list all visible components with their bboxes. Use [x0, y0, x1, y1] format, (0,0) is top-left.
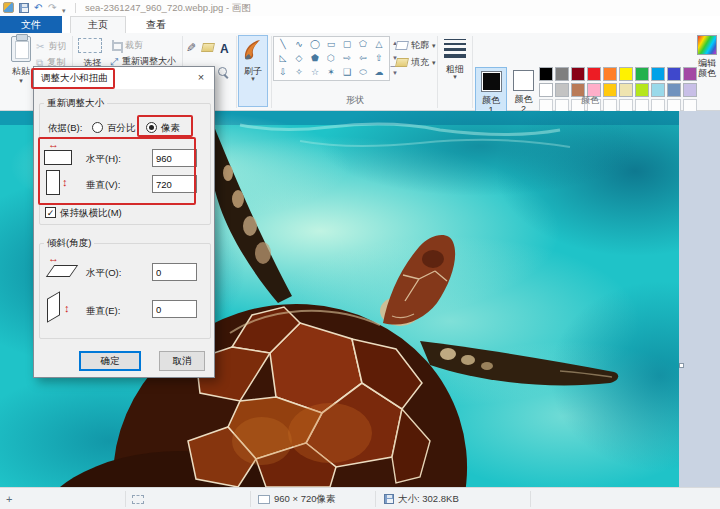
- redo-icon[interactable]: ↷: [48, 2, 56, 14]
- status-separator: [375, 491, 376, 507]
- shape-rounded-rectangle[interactable]: ▢: [339, 37, 355, 51]
- ribbon-tabs: 文件 主页 查看: [0, 16, 720, 33]
- crop-button[interactable]: 裁剪: [110, 39, 143, 52]
- shapes-section-label: 形状: [305, 94, 405, 107]
- cut-label: 剪切: [48, 40, 66, 53]
- crop-label: 裁剪: [125, 39, 143, 52]
- canvas-resize-handle[interactable]: [679, 363, 684, 368]
- edit-colors-icon: [697, 35, 717, 55]
- vertical-input[interactable]: [152, 175, 197, 193]
- dialog-close-button[interactable]: ×: [193, 70, 209, 85]
- shape-curve[interactable]: ∿: [291, 37, 307, 51]
- palette-swatch-blue-gray[interactable]: [667, 83, 681, 97]
- shape-star-6[interactable]: ✶: [323, 65, 339, 79]
- resize-skew-dialog: 调整大小和扭曲 × 重新调整大小 依据(B): 百分比 像素 ↔ 水平(H): …: [33, 66, 215, 378]
- edit-colors-button[interactable]: 编辑颜色: [694, 35, 720, 78]
- pencil-tool[interactable]: ✎: [186, 41, 196, 55]
- ok-button[interactable]: 确定: [79, 351, 141, 371]
- shape-polygon[interactable]: ⬠: [355, 37, 371, 51]
- cut-icon: ✂: [36, 42, 44, 52]
- section-separator: [472, 36, 473, 108]
- shape-arrow-left[interactable]: ⇦: [355, 51, 371, 65]
- fill-style-button[interactable]: 填充 ▾: [396, 56, 436, 69]
- outline-label: 轮廓: [411, 39, 429, 52]
- shape-callout-oval[interactable]: ⬭: [355, 65, 371, 79]
- shape-rectangle[interactable]: ▭: [323, 37, 339, 51]
- colors-section-label: 颜色: [540, 94, 640, 107]
- brush-icon: [242, 38, 264, 62]
- tab-home[interactable]: 主页: [70, 16, 126, 33]
- palette-swatch-light-turquoise[interactable]: [651, 83, 665, 97]
- skew-horizontal-label: 水平(O):: [86, 267, 121, 280]
- resize-group-label: 重新调整大小: [44, 97, 107, 110]
- shape-diamond[interactable]: ◇: [291, 51, 307, 65]
- palette-swatch-lavender[interactable]: [683, 83, 697, 97]
- skew-vertical-input[interactable]: [152, 300, 197, 318]
- skew-horizontal-arrow-icon: ↔: [48, 253, 59, 263]
- palette-swatch-green[interactable]: [635, 67, 649, 81]
- fill-label: 填充: [411, 56, 429, 69]
- size-button[interactable]: 粗细 ▾: [441, 36, 469, 80]
- status-separator: [530, 491, 531, 507]
- by-label: 依据(B):: [48, 122, 82, 135]
- palette-swatch-orange[interactable]: [603, 67, 617, 81]
- fill-tool[interactable]: [202, 43, 214, 52]
- shape-arrow-down[interactable]: ⇩: [275, 65, 291, 79]
- horizontal-input[interactable]: [152, 149, 197, 167]
- text-tool[interactable]: A: [220, 42, 229, 56]
- palette-swatch-gray[interactable]: [555, 67, 569, 81]
- cancel-button[interactable]: 取消: [159, 351, 205, 371]
- percentage-label: 百分比: [107, 122, 136, 135]
- palette-swatch-red[interactable]: [587, 67, 601, 81]
- shape-star-5[interactable]: ☆: [307, 65, 323, 79]
- shape-hexagon[interactable]: ⬡: [323, 51, 339, 65]
- titlebar: ↶ ↷ ▾ sea-2361247_960_720.webp.jpg - 画图: [0, 0, 720, 16]
- color1-swatch: [481, 71, 502, 92]
- aspect-ratio-label: 保持纵横比(M): [60, 207, 122, 220]
- shape-line[interactable]: ╲: [275, 37, 291, 51]
- dropdown-arrow-icon: ▾: [432, 60, 436, 66]
- vertical-arrow-icon: ↕: [62, 177, 68, 187]
- tab-file[interactable]: 文件: [0, 16, 62, 33]
- resize-icon: ⤢: [110, 57, 118, 67]
- tab-view[interactable]: 查看: [128, 16, 184, 33]
- file-size-icon: [384, 494, 394, 504]
- selection-size-icon: [132, 495, 144, 504]
- palette-swatch-dark-red[interactable]: [571, 67, 585, 81]
- status-separator: [125, 491, 126, 507]
- shape-arrow-right[interactable]: ⇨: [339, 51, 355, 65]
- horizontal-resize-icon: [44, 150, 72, 165]
- app-logo-icon: [3, 2, 14, 13]
- crop-icon: [110, 40, 121, 51]
- aspect-ratio-checkbox[interactable]: ✓: [45, 207, 56, 218]
- shape-oval[interactable]: ◯: [307, 37, 323, 51]
- palette-swatch-turquoise[interactable]: [651, 67, 665, 81]
- save-icon[interactable]: [19, 3, 29, 13]
- shape-star-4[interactable]: ✧: [291, 65, 307, 79]
- paste-button[interactable]: 粘贴 ▾: [6, 36, 36, 106]
- line-thickness-icon: [444, 39, 466, 58]
- outline-icon: [395, 41, 409, 50]
- shape-arrow-up[interactable]: ⇧: [371, 51, 387, 65]
- shape-callout-cloud[interactable]: ☁: [371, 65, 387, 79]
- outline-button[interactable]: 轮廓 ▾: [396, 39, 436, 52]
- radio-pixels[interactable]: [146, 122, 157, 133]
- shape-pentagon[interactable]: ⬟: [307, 51, 323, 65]
- brushes-button[interactable]: 刷子 ▾: [238, 35, 268, 107]
- vertical-label: 垂直(V):: [86, 179, 120, 192]
- image-dimensions: 960 × 720像素: [274, 493, 336, 506]
- statusbar: + 960 × 720像素 大小: 302.8KB: [0, 487, 720, 509]
- shape-callout-rounded[interactable]: ❑: [339, 65, 355, 79]
- horizontal-label: 水平(H):: [86, 153, 121, 166]
- dropdown-arrow-icon: ▾: [432, 43, 436, 49]
- shape-right-triangle[interactable]: ◺: [275, 51, 291, 65]
- shape-triangle[interactable]: △: [371, 37, 387, 51]
- skew-horizontal-input[interactable]: [152, 263, 197, 281]
- palette-swatch-yellow[interactable]: [619, 67, 633, 81]
- palette-swatch-black[interactable]: [539, 67, 553, 81]
- magnifier-tool[interactable]: [218, 67, 230, 79]
- palette-swatch-indigo[interactable]: [667, 67, 681, 81]
- radio-percentage[interactable]: [92, 122, 103, 133]
- cut-button[interactable]: ✂ 剪切: [36, 40, 66, 53]
- undo-icon[interactable]: ↶: [34, 2, 42, 14]
